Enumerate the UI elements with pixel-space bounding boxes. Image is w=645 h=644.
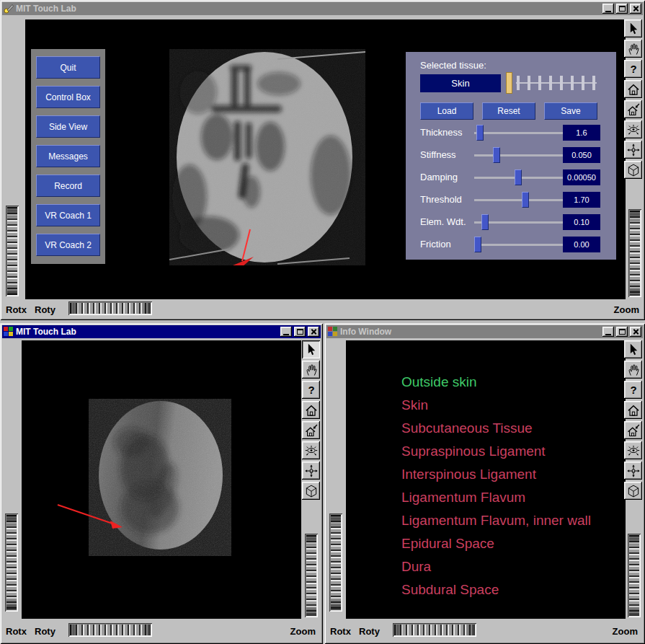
zoom-label: Zoom [290,626,316,637]
close-button[interactable] [630,4,641,14]
home-view-button[interactable] [624,80,642,98]
seek-button[interactable] [624,462,642,480]
tick-mark [582,76,584,90]
maximize-button[interactable] [294,327,306,337]
close-icon [311,329,317,335]
cube-icon [626,163,641,177]
home-icon [626,403,641,418]
perspective-button[interactable] [624,161,642,179]
side-3d-viewport[interactable] [22,340,301,619]
slider-zone [474,192,556,208]
rotx-thumbwheel[interactable] [329,513,342,612]
vr-coach-2-button[interactable]: VR Coach 2 [36,234,100,256]
slider-label: Stiffness [420,149,456,160]
roty-thumbwheel[interactable] [68,301,152,315]
tissue-properties-panel: Selected tissue: Skin Load Reset Save Th… [406,52,616,260]
maximize-button[interactable] [616,327,628,337]
minimize-icon [605,11,611,12]
desktop: MIT Touch Lab Quit Control Box Side View… [0,0,645,644]
rotx-label: Rotx [330,626,351,637]
side-fluoro-render [22,340,301,619]
hand-icon [626,42,641,56]
messages-button[interactable]: Messages [36,145,100,167]
hand-tool-button[interactable] [624,40,642,58]
help-button[interactable] [624,60,642,78]
tissue-select-slider-handle[interactable] [506,72,512,94]
slider-handle[interactable] [522,192,529,208]
home-view-button[interactable] [624,401,642,419]
perspective-button[interactable] [624,482,642,500]
load-button[interactable]: Load [420,102,473,120]
slider-handle[interactable] [481,214,489,230]
pointer-tool-button[interactable] [302,340,320,358]
tick-mark [517,76,520,90]
side-view-button[interactable]: Side View [36,115,100,138]
info-titlebar: Info Window [326,325,643,338]
maximize-button[interactable] [616,4,628,14]
seek-button[interactable] [302,462,320,480]
pointer-tool-button[interactable] [624,340,642,358]
minimize-icon [605,334,611,335]
view-all-button[interactable] [624,441,642,459]
minimize-button[interactable] [602,327,614,337]
perspective-button[interactable] [302,482,320,500]
friction-slider-row: Friction 0.00 [406,236,616,253]
tick-mark [538,76,541,90]
slider-handle[interactable] [474,237,481,252]
side-titlebar: MIT Touch Lab [2,325,321,338]
thumbwheel-ridges [6,515,17,610]
rotx-thumbwheel[interactable] [5,513,18,612]
view-all-button[interactable] [624,120,642,138]
zoom-thumbwheel[interactable] [305,534,318,617]
close-button[interactable] [308,327,319,337]
zoom-thumbwheel[interactable] [628,534,641,617]
seek-button[interactable] [624,141,642,159]
rotx-thumbwheel[interactable] [6,206,19,296]
minimize-button[interactable] [602,4,614,14]
selected-tissue-label: Selected tissue: [420,60,486,71]
app-icon [328,327,338,337]
reset-button[interactable]: Reset [482,102,535,120]
spine-xray-image [169,49,365,265]
slider-value: 0.10 [563,214,600,230]
main-3d-viewport[interactable]: Quit Control Box Side View Messages Reco… [25,19,626,299]
minimize-icon [283,334,289,335]
pointer-tool-button[interactable] [624,19,642,38]
close-icon [633,6,639,12]
save-button[interactable]: Save [544,102,597,120]
view-all-button[interactable] [302,441,320,459]
control-box-button[interactable]: Control Box [36,86,100,108]
quit-button[interactable]: Quit [36,56,100,79]
slider-value: 1.70 [563,192,600,208]
hand-tool-button[interactable] [624,361,642,379]
thumbwheel-ridges [331,515,341,610]
roty-thumbwheel[interactable] [393,623,476,637]
app-icon [4,327,14,337]
slider-handle[interactable] [515,169,522,185]
record-button[interactable]: Record [36,175,100,197]
zoom-label: Zoom [613,626,638,637]
tick-mark [592,76,595,90]
set-home-view-button[interactable] [624,100,642,118]
set-home-view-button[interactable] [624,421,642,439]
zoom-thumbwheel[interactable] [628,209,641,297]
set-home-view-button[interactable] [302,421,320,439]
vr-coach-1-button[interactable]: VR Coach 1 [36,204,100,226]
damping-slider-row: Damping 0.00050 [406,169,616,186]
slider-handle[interactable] [493,147,500,163]
help-button[interactable] [624,381,642,399]
hand-tool-button[interactable] [302,361,320,379]
minimize-button[interactable] [280,327,292,337]
close-button[interactable] [630,327,641,337]
slider-handle[interactable] [476,125,484,141]
crosshair-icon [304,464,319,478]
stiffness-slider-row: Stiffness 0.050 [406,146,616,164]
info-3d-viewport[interactable]: Outside skin Skin Subcutaneous Tissue Su… [346,340,626,619]
selected-tissue-value[interactable]: Skin [420,74,501,92]
pointer-icon [626,343,641,357]
rotx-label: Rotx [6,626,27,637]
home-view-button[interactable] [302,401,320,419]
home-icon [626,82,641,97]
help-button[interactable] [302,381,320,399]
roty-thumbwheel[interactable] [68,623,152,637]
